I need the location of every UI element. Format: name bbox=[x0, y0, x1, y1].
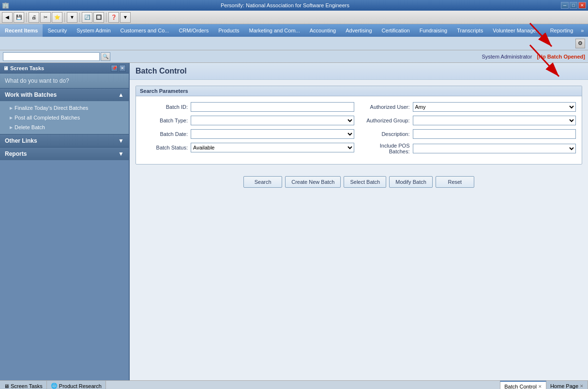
section-reports[interactable]: Reports ▼ bbox=[0, 147, 129, 160]
menu-crm-orders[interactable]: CRM/Orders bbox=[174, 24, 213, 37]
reset-button[interactable]: Reset bbox=[436, 176, 474, 188]
global-search-button[interactable]: 🔍 bbox=[101, 52, 110, 61]
product-research-tab-label: Product Research bbox=[59, 383, 102, 389]
maximize-button[interactable]: □ bbox=[570, 2, 577, 9]
home-page-tab-label: Home Page bbox=[550, 383, 578, 389]
user-info: System Administrator [No Batch Opened] bbox=[482, 54, 585, 60]
menu-products[interactable]: Products bbox=[213, 24, 244, 37]
window-title: Personify: National Association for Soft… bbox=[9, 2, 561, 8]
toolbar-dropdown-button[interactable]: ▼ bbox=[67, 12, 77, 23]
tab-batch-control[interactable]: Batch Control ✕ bbox=[500, 381, 546, 389]
authorized-group-label: Authorized Group: bbox=[364, 118, 410, 123]
toolbar-help-button[interactable]: ❓ bbox=[108, 12, 119, 23]
menu-fundraising[interactable]: Fundraising bbox=[415, 24, 452, 37]
title-bar: 🏢 Personify: National Association for So… bbox=[0, 0, 588, 11]
create-new-batch-button[interactable]: Create New Batch bbox=[285, 176, 341, 188]
panel-icon: 🖥 bbox=[3, 65, 8, 71]
search-params-box: Search Parameters Batch ID: Batch Type: bbox=[136, 86, 582, 165]
tab-home-page[interactable]: Home Page ✕ bbox=[546, 381, 588, 389]
menu-reporting[interactable]: Reporting bbox=[545, 24, 578, 37]
tab-product-research[interactable]: 🌐 Product Research bbox=[47, 381, 106, 389]
toolbar-more-button[interactable]: ▼ bbox=[120, 12, 131, 23]
batch-type-select[interactable] bbox=[191, 116, 354, 125]
menu-volunteer[interactable]: Volunteer Manage... bbox=[488, 24, 545, 37]
toolbar-refresh-button[interactable]: 🔄 bbox=[82, 12, 92, 23]
right-content: Batch Control Search Parameters Batch ID… bbox=[130, 63, 588, 380]
menu-recent-items[interactable]: Recent Items bbox=[0, 24, 43, 37]
modify-batch-button[interactable]: Modify Batch bbox=[389, 176, 433, 188]
page-title: Batch Control bbox=[130, 63, 588, 80]
toolbar-print-button[interactable]: 🖨 bbox=[29, 12, 39, 23]
panel-header: 🖥 Screen Tasks 📌 ✕ bbox=[0, 63, 129, 74]
batch-status-select[interactable]: Available bbox=[191, 143, 354, 152]
menu-transcripts[interactable]: Transcripts bbox=[452, 24, 488, 37]
authorized-user-label: Authorized User: bbox=[364, 104, 410, 110]
toolbar-separator-1 bbox=[26, 13, 27, 22]
home-page-tab-close[interactable]: ✕ bbox=[580, 384, 584, 389]
search-button[interactable]: Search bbox=[243, 176, 282, 188]
description-input[interactable] bbox=[413, 129, 576, 139]
batch-date-label: Batch Date: bbox=[142, 131, 188, 137]
no-batch-label[interactable]: [No Batch Opened] bbox=[537, 54, 585, 60]
menu-accounting[interactable]: Accounting bbox=[305, 24, 341, 37]
batch-control-tab-close[interactable]: ✕ bbox=[538, 384, 542, 389]
menu-more[interactable]: » bbox=[578, 24, 587, 37]
tab-spacer bbox=[106, 381, 500, 389]
toolbar-save-button[interactable]: 💾 bbox=[14, 12, 24, 23]
tab-screen-tasks[interactable]: 🖥 Screen Tasks bbox=[0, 381, 47, 389]
panel-title: 🖥 Screen Tasks bbox=[3, 65, 44, 71]
authorized-group-select[interactable] bbox=[413, 116, 576, 125]
link-finalize-batches[interactable]: Finalize Today's Direct Batches bbox=[0, 103, 129, 113]
title-bar-left: 🏢 bbox=[2, 2, 9, 9]
minimize-button[interactable]: ─ bbox=[561, 2, 569, 9]
chevron-up-icon: ▲ bbox=[118, 91, 124, 98]
search-params-legend: Search Parameters bbox=[136, 86, 582, 96]
menu-security[interactable]: Security bbox=[43, 24, 72, 37]
batch-status-label: Batch Status: bbox=[142, 145, 188, 150]
batch-id-row: Batch ID: bbox=[142, 102, 354, 112]
close-button[interactable]: ✕ bbox=[578, 2, 586, 9]
toolbar-favorite-button[interactable]: ⭐ bbox=[52, 12, 62, 23]
include-pos-select[interactable] bbox=[413, 144, 576, 153]
description-label: Description: bbox=[364, 131, 410, 137]
batch-id-input[interactable] bbox=[191, 102, 354, 112]
bottom-tabs: 🖥 Screen Tasks 🌐 Product Research Batch … bbox=[0, 380, 588, 389]
link-delete-batch[interactable]: Delete Batch bbox=[0, 122, 129, 132]
toolbar-scissors-button[interactable]: ✂ bbox=[40, 12, 51, 23]
toolbar-nav-button[interactable]: 🔲 bbox=[93, 12, 104, 23]
authorized-group-row: Authorized Group: bbox=[364, 116, 576, 125]
panel-close-button[interactable]: ✕ bbox=[119, 65, 126, 72]
batch-date-row: Batch Date: bbox=[142, 129, 354, 139]
panel-pin-button[interactable]: 📌 bbox=[111, 65, 118, 72]
batch-date-select[interactable] bbox=[191, 129, 354, 139]
authorized-user-row: Authorized User: Amy bbox=[364, 102, 576, 112]
toolbar-back-button[interactable]: ◀ bbox=[2, 12, 13, 23]
include-pos-row: Include POS Batches: bbox=[364, 143, 576, 154]
product-research-tab-icon: 🌐 bbox=[51, 383, 58, 389]
section-work-with-batches[interactable]: Work with Batches ▲ bbox=[0, 88, 129, 101]
authorized-user-select[interactable]: Amy bbox=[413, 102, 576, 112]
toolbar: ◀ 💾 🖨 ✂ ⭐ ▼ 🔄 🔲 ❓ ▼ bbox=[0, 11, 588, 24]
batch-status-row: Batch Status: Available bbox=[142, 143, 354, 152]
link-post-batches[interactable]: Post all Completed Batches bbox=[0, 113, 129, 122]
section-other-links[interactable]: Other Links ▼ bbox=[0, 134, 129, 147]
user-label: System Administrator bbox=[482, 54, 532, 60]
batch-id-label: Batch ID: bbox=[142, 104, 188, 110]
menu-marketing[interactable]: Marketing and Com... bbox=[244, 24, 305, 37]
select-batch-button[interactable]: Select Batch bbox=[344, 176, 386, 188]
menu-certification[interactable]: Certification bbox=[377, 24, 415, 37]
menu-advertising[interactable]: Advertising bbox=[341, 24, 377, 37]
what-label: What do you want to do? bbox=[0, 74, 129, 88]
description-row: Description: bbox=[364, 129, 576, 139]
toolbar-separator-3 bbox=[79, 13, 80, 22]
include-pos-label: Include POS Batches: bbox=[364, 143, 410, 154]
global-search-input[interactable] bbox=[3, 52, 100, 61]
menu-system-admin[interactable]: System Admin bbox=[72, 24, 115, 37]
search-input-row: 🔍 System Administrator [No Batch Opened] bbox=[0, 50, 588, 63]
menu-customers[interactable]: Customers and Co... bbox=[116, 24, 174, 37]
toolbar-separator-4 bbox=[106, 13, 106, 22]
settings-button[interactable]: ⚙ bbox=[575, 39, 585, 48]
app-icon: 🏢 bbox=[2, 2, 9, 9]
batch-control-tab-label: Batch Control bbox=[504, 384, 537, 389]
left-panel: 🖥 Screen Tasks 📌 ✕ What do you want to d… bbox=[0, 63, 130, 380]
